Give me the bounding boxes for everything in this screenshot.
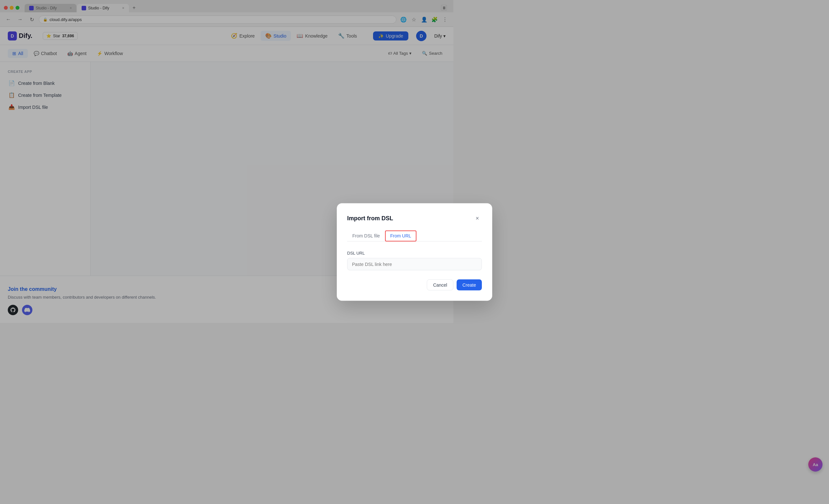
modal-actions: Cancel Create xyxy=(347,280,454,291)
import-dsl-modal: Import from DSL × From DSL file From URL… xyxy=(337,204,454,301)
tab-from-url[interactable]: From URL xyxy=(385,230,417,242)
tab-from-dsl-file[interactable]: From DSL file xyxy=(347,230,385,242)
cancel-button[interactable]: Cancel xyxy=(427,280,454,291)
tab-dsl-file-label: From DSL file xyxy=(352,233,380,239)
modal-body: DSL URL xyxy=(347,251,454,271)
modal-tabs: From DSL file From URL xyxy=(347,230,454,242)
modal-title: Import from DSL xyxy=(347,215,393,222)
modal-header: Import from DSL × xyxy=(347,214,454,223)
tab-url-label: From URL xyxy=(390,233,411,239)
dsl-url-label: DSL URL xyxy=(347,251,454,256)
dsl-url-input[interactable] xyxy=(347,258,454,271)
